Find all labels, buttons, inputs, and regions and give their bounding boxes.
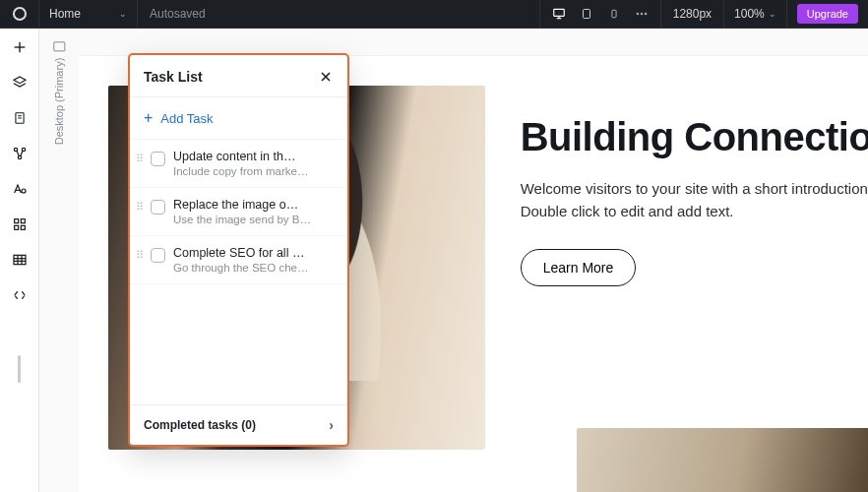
plus-icon: + <box>144 110 153 126</box>
svg-rect-3 <box>583 10 589 19</box>
page-icon <box>53 42 65 52</box>
cms-icon[interactable] <box>11 145 29 162</box>
svg-point-5 <box>637 13 639 15</box>
hero-body[interactable]: Welcome visitors to your site with a sho… <box>521 177 868 223</box>
task-desc: Go through the SEO che… <box>173 262 338 274</box>
svg-point-7 <box>645 13 647 15</box>
topbar: Home ⌄ Autosaved 1280px 100% ⌄ Upgrade <box>0 0 868 29</box>
tablet-icon[interactable] <box>580 7 593 21</box>
task-list-body: ⠿ Update content in th… Include copy fro… <box>130 140 347 404</box>
grid-icon[interactable] <box>11 251 29 269</box>
task-row[interactable]: ⠿ Update content in th… Include copy fro… <box>130 140 347 188</box>
task-row[interactable]: ⠿ Complete SEO for all … Go through the … <box>130 236 347 284</box>
task-title: Replace the image o… <box>173 198 338 212</box>
svg-rect-19 <box>14 219 18 223</box>
svg-rect-4 <box>612 10 616 18</box>
chevron-right-icon: › <box>329 417 334 433</box>
drag-handle-icon[interactable]: ⠿ <box>136 150 143 165</box>
add-task-label: Add Task <box>160 111 213 126</box>
upgrade-button[interactable]: Upgrade <box>797 4 858 24</box>
svg-rect-23 <box>14 255 26 264</box>
task-list-panel: Task List + Add Task ⠿ Update content in… <box>128 53 349 447</box>
task-title: Complete SEO for all … <box>173 246 338 260</box>
svg-point-14 <box>14 148 17 151</box>
completed-tasks-label: Completed tasks (0) <box>144 418 256 432</box>
drag-handle-icon[interactable]: ⠿ <box>136 198 143 214</box>
chevron-down-icon: ⌄ <box>769 9 776 19</box>
page-selector[interactable]: Home ⌄ <box>39 0 138 29</box>
hero-headline[interactable]: Building Connections <box>521 115 868 159</box>
breakpoint-label: Desktop (Primary) <box>53 58 65 146</box>
svg-rect-21 <box>14 225 18 229</box>
logo-icon <box>13 7 27 21</box>
svg-point-15 <box>22 148 25 151</box>
rail-resize-handle[interactable] <box>18 355 21 383</box>
task-desc: Use the image send by B… <box>173 214 338 225</box>
zoom-label: 100% <box>734 7 765 21</box>
app-logo[interactable] <box>0 0 39 29</box>
mobile-icon[interactable] <box>607 7 621 21</box>
hero-text-block: Building Connections Welcome visitors to… <box>521 86 868 450</box>
task-title: Update content in th… <box>173 150 338 163</box>
drag-handle-icon[interactable]: ⠿ <box>136 246 143 262</box>
task-list-title: Task List <box>144 69 203 85</box>
zoom-control[interactable]: 100% ⌄ <box>724 0 787 29</box>
task-checkbox[interactable] <box>151 152 165 166</box>
add-task-button[interactable]: + Add Task <box>130 97 347 140</box>
svg-rect-0 <box>553 9 564 16</box>
save-status: Autosaved <box>138 7 217 21</box>
completed-tasks-toggle[interactable]: Completed tasks (0) › <box>130 404 347 445</box>
task-row[interactable]: ⠿ Replace the image o… Use the image sen… <box>130 188 347 236</box>
task-desc: Include copy from marke… <box>173 165 338 177</box>
device-switcher <box>539 0 661 29</box>
apps-icon[interactable] <box>11 215 29 233</box>
code-icon[interactable] <box>11 286 29 304</box>
secondary-image[interactable] <box>577 428 868 492</box>
add-icon[interactable] <box>11 38 29 56</box>
svg-point-18 <box>22 189 26 193</box>
breakpoint-strip[interactable]: Desktop (Primary) <box>39 29 79 492</box>
pages-icon[interactable] <box>11 109 29 127</box>
close-icon[interactable] <box>318 69 334 85</box>
svg-marker-10 <box>14 77 26 84</box>
task-checkbox[interactable] <box>151 200 165 215</box>
svg-point-6 <box>641 13 643 15</box>
canvas-width-label[interactable]: 1280px <box>661 0 724 29</box>
chevron-down-icon: ⌄ <box>119 9 127 19</box>
text-icon[interactable] <box>11 180 29 198</box>
svg-rect-22 <box>21 225 25 229</box>
more-devices-icon[interactable] <box>635 7 649 21</box>
layers-icon[interactable] <box>11 74 29 92</box>
task-checkbox[interactable] <box>151 248 165 263</box>
svg-rect-20 <box>21 219 25 223</box>
left-tool-rail <box>0 29 39 492</box>
hero-cta-button[interactable]: Learn More <box>521 249 637 286</box>
desktop-icon[interactable] <box>552 7 566 21</box>
page-selector-label: Home <box>49 7 81 21</box>
task-list-header: Task List <box>130 55 347 97</box>
